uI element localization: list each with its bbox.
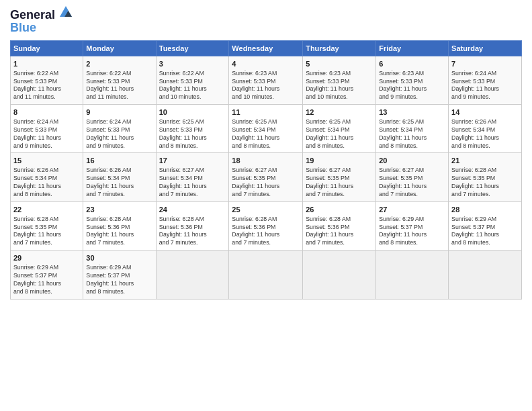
cell-info: Sunrise: 6:29 AMSunset: 5:37 PMDaylight:… (451, 216, 519, 248)
calendar-cell: 2Sunrise: 6:22 AMSunset: 5:33 PMDaylight… (83, 56, 156, 104)
calendar-cell (229, 250, 303, 299)
cell-info: Sunrise: 6:24 AMSunset: 5:33 PMDaylight:… (86, 118, 152, 150)
calendar-cell: 13Sunrise: 6:25 AMSunset: 5:34 PMDayligh… (376, 105, 449, 153)
weekday-monday: Monday (83, 40, 156, 56)
calendar-cell: 14Sunrise: 6:26 AMSunset: 5:34 PMDayligh… (449, 105, 522, 153)
logo-blue: Blue (10, 21, 72, 35)
logo-text: General (10, 7, 72, 22)
calendar-cell: 4Sunrise: 6:23 AMSunset: 5:33 PMDaylight… (229, 56, 303, 104)
day-number: 10 (159, 107, 226, 118)
weekday-wednesday: Wednesday (229, 40, 303, 56)
calendar-cell (376, 250, 449, 299)
day-number: 7 (451, 59, 519, 69)
logo: General Blue (10, 7, 72, 35)
calendar-cell: 19Sunrise: 6:27 AMSunset: 5:35 PMDayligh… (303, 153, 376, 201)
calendar-cell: 20Sunrise: 6:27 AMSunset: 5:35 PMDayligh… (376, 153, 449, 201)
day-number: 23 (86, 205, 152, 215)
weekday-sunday: Sunday (11, 40, 83, 56)
calendar-cell: 15Sunrise: 6:26 AMSunset: 5:34 PMDayligh… (11, 153, 83, 201)
weekday-tuesday: Tuesday (156, 40, 229, 56)
calendar-cell (449, 250, 522, 299)
weekday-friday: Friday (376, 40, 449, 56)
cell-info: Sunrise: 6:25 AMSunset: 5:34 PMDaylight:… (379, 118, 445, 150)
day-number: 5 (306, 59, 373, 69)
cell-info: Sunrise: 6:27 AMSunset: 5:35 PMDaylight:… (232, 167, 300, 199)
day-number: 17 (159, 156, 226, 166)
cell-info: Sunrise: 6:26 AMSunset: 5:34 PMDaylight:… (86, 167, 152, 199)
day-number: 28 (451, 205, 519, 215)
calendar-cell: 5Sunrise: 6:23 AMSunset: 5:33 PMDaylight… (303, 56, 376, 104)
day-number: 12 (306, 107, 373, 118)
week-row-2: 15Sunrise: 6:26 AMSunset: 5:34 PMDayligh… (11, 153, 522, 201)
calendar-cell: 9Sunrise: 6:24 AMSunset: 5:33 PMDaylight… (83, 105, 156, 153)
calendar-cell (303, 250, 376, 299)
day-number: 26 (306, 205, 373, 215)
cell-info: Sunrise: 6:23 AMSunset: 5:33 PMDaylight:… (232, 70, 300, 102)
weekday-thursday: Thursday (303, 40, 376, 56)
day-number: 1 (13, 59, 80, 69)
cell-info: Sunrise: 6:29 AMSunset: 5:37 PMDaylight:… (86, 264, 152, 296)
day-number: 4 (232, 59, 300, 69)
week-row-4: 29Sunrise: 6:29 AMSunset: 5:37 PMDayligh… (11, 250, 522, 299)
day-number: 8 (13, 107, 80, 118)
calendar-cell: 16Sunrise: 6:26 AMSunset: 5:34 PMDayligh… (83, 153, 156, 201)
calendar-cell: 28Sunrise: 6:29 AMSunset: 5:37 PMDayligh… (449, 201, 522, 250)
cell-info: Sunrise: 6:27 AMSunset: 5:35 PMDaylight:… (306, 167, 373, 199)
logo-icon (60, 5, 72, 17)
day-number: 11 (232, 107, 300, 118)
day-number: 24 (159, 205, 226, 215)
calendar: SundayMondayTuesdayWednesdayThursdayFrid… (10, 40, 522, 300)
day-number: 21 (451, 156, 519, 166)
calendar-cell: 10Sunrise: 6:25 AMSunset: 5:33 PMDayligh… (156, 105, 229, 153)
cell-info: Sunrise: 6:26 AMSunset: 5:34 PMDaylight:… (13, 167, 80, 199)
calendar-cell: 7Sunrise: 6:24 AMSunset: 5:33 PMDaylight… (449, 56, 522, 104)
day-number: 18 (232, 156, 300, 166)
day-number: 14 (451, 107, 519, 118)
day-number: 19 (306, 156, 373, 166)
calendar-cell: 29Sunrise: 6:29 AMSunset: 5:37 PMDayligh… (11, 250, 83, 299)
weekday-saturday: Saturday (449, 40, 522, 56)
day-number: 22 (13, 205, 80, 215)
cell-info: Sunrise: 6:28 AMSunset: 5:35 PMDaylight:… (451, 167, 519, 199)
cell-info: Sunrise: 6:25 AMSunset: 5:33 PMDaylight:… (159, 118, 226, 150)
cell-info: Sunrise: 6:29 AMSunset: 5:37 PMDaylight:… (379, 216, 445, 248)
cell-info: Sunrise: 6:28 AMSunset: 5:36 PMDaylight:… (159, 216, 226, 248)
calendar-cell: 8Sunrise: 6:24 AMSunset: 5:33 PMDaylight… (11, 105, 83, 153)
cell-info: Sunrise: 6:28 AMSunset: 5:36 PMDaylight:… (306, 216, 373, 248)
calendar-cell: 12Sunrise: 6:25 AMSunset: 5:34 PMDayligh… (303, 105, 376, 153)
day-number: 3 (159, 59, 226, 69)
day-number: 20 (379, 156, 445, 166)
day-number: 30 (86, 253, 152, 263)
calendar-cell: 17Sunrise: 6:27 AMSunset: 5:34 PMDayligh… (156, 153, 229, 201)
cell-info: Sunrise: 6:27 AMSunset: 5:34 PMDaylight:… (159, 167, 226, 199)
cell-info: Sunrise: 6:23 AMSunset: 5:33 PMDaylight:… (379, 70, 445, 102)
calendar-cell: 3Sunrise: 6:22 AMSunset: 5:33 PMDaylight… (156, 56, 229, 104)
day-number: 25 (232, 205, 300, 215)
calendar-cell: 22Sunrise: 6:28 AMSunset: 5:35 PMDayligh… (11, 201, 83, 250)
calendar-cell: 1Sunrise: 6:22 AMSunset: 5:33 PMDaylight… (11, 56, 83, 104)
cell-info: Sunrise: 6:25 AMSunset: 5:34 PMDaylight:… (306, 118, 373, 150)
calendar-cell: 18Sunrise: 6:27 AMSunset: 5:35 PMDayligh… (229, 153, 303, 201)
cell-info: Sunrise: 6:23 AMSunset: 5:33 PMDaylight:… (306, 70, 373, 102)
cell-info: Sunrise: 6:29 AMSunset: 5:37 PMDaylight:… (13, 264, 80, 296)
cell-info: Sunrise: 6:24 AMSunset: 5:33 PMDaylight:… (13, 118, 80, 150)
cell-info: Sunrise: 6:22 AMSunset: 5:33 PMDaylight:… (159, 70, 226, 102)
calendar-cell: 23Sunrise: 6:28 AMSunset: 5:36 PMDayligh… (83, 201, 156, 250)
day-number: 6 (379, 59, 445, 69)
cell-info: Sunrise: 6:28 AMSunset: 5:35 PMDaylight:… (13, 216, 80, 248)
cell-info: Sunrise: 6:22 AMSunset: 5:33 PMDaylight:… (86, 70, 152, 102)
week-row-3: 22Sunrise: 6:28 AMSunset: 5:35 PMDayligh… (11, 201, 522, 250)
calendar-cell: 26Sunrise: 6:28 AMSunset: 5:36 PMDayligh… (303, 201, 376, 250)
calendar-cell: 25Sunrise: 6:28 AMSunset: 5:36 PMDayligh… (229, 201, 303, 250)
week-row-1: 8Sunrise: 6:24 AMSunset: 5:33 PMDaylight… (11, 105, 522, 153)
day-number: 16 (86, 156, 152, 166)
day-number: 9 (86, 107, 152, 118)
cell-info: Sunrise: 6:28 AMSunset: 5:36 PMDaylight:… (86, 216, 152, 248)
day-number: 29 (13, 253, 80, 263)
header: General Blue (10, 7, 522, 35)
week-row-0: 1Sunrise: 6:22 AMSunset: 5:33 PMDaylight… (11, 56, 522, 104)
page: General Blue SundayMondayTuesdayWednesda… (0, 0, 532, 411)
cell-info: Sunrise: 6:25 AMSunset: 5:34 PMDaylight:… (232, 118, 300, 150)
cell-info: Sunrise: 6:26 AMSunset: 5:34 PMDaylight:… (451, 118, 519, 150)
day-number: 15 (13, 156, 80, 166)
